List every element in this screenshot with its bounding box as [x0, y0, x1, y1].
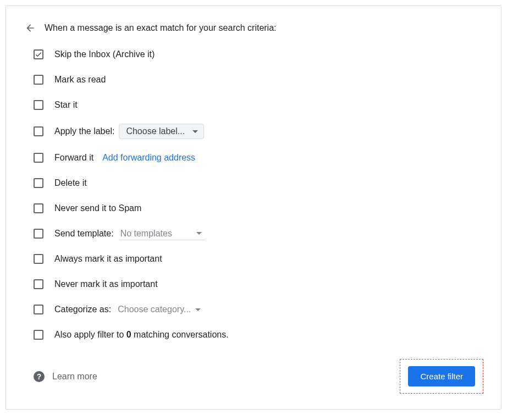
checkbox-star-it[interactable] — [34, 100, 43, 110]
learn-more-link[interactable]: Learn more — [52, 372, 97, 382]
create-filter-highlight: Create filter — [400, 359, 483, 394]
back-arrow-icon[interactable] — [24, 21, 37, 35]
category-dropdown[interactable]: Choose category... — [117, 303, 204, 316]
option-never-spam: Never send it to Spam — [24, 202, 483, 215]
label-delete-it: Delete it — [54, 178, 87, 188]
checkbox-categorize-as[interactable] — [34, 305, 43, 314]
checkbox-delete-it[interactable] — [34, 178, 43, 188]
option-send-template: Send template: No templates — [24, 227, 483, 240]
label-skip-inbox: Skip the Inbox (Archive it) — [54, 49, 155, 59]
send-template-wrap: Send template: No templates — [54, 228, 205, 240]
apply-label-wrap: Apply the label: Choose label... — [54, 124, 204, 139]
checkbox-never-spam[interactable] — [34, 203, 43, 213]
label-also-apply: Also apply filter to 0 matching conversa… — [54, 330, 229, 340]
label-mark-read: Mark as read — [54, 75, 106, 85]
also-apply-count: 0 — [126, 330, 131, 339]
choose-label-text: Choose label... — [126, 126, 185, 136]
footer-left: ? Learn more — [34, 371, 97, 382]
label-star-it: Star it — [54, 100, 78, 110]
label-never-important: Never mark it as important — [54, 279, 158, 289]
checkbox-also-apply[interactable] — [34, 330, 43, 340]
also-apply-suffix: matching conversations. — [131, 330, 229, 339]
option-also-apply: Also apply filter to 0 matching conversa… — [24, 328, 483, 341]
option-star-it: Star it — [24, 98, 483, 112]
option-never-important: Never mark it as important — [24, 278, 483, 291]
choose-label-dropdown[interactable]: Choose label... — [119, 124, 204, 139]
checkbox-always-important[interactable] — [34, 254, 43, 264]
option-apply-label: Apply the label: Choose label... — [24, 124, 483, 139]
also-apply-prefix: Also apply filter to — [54, 330, 126, 339]
option-delete-it: Delete it — [24, 176, 483, 190]
filter-actions-dialog: When a message is an exact match for you… — [5, 5, 502, 410]
option-categorize-as: Categorize as: Choose category... — [24, 303, 483, 316]
option-mark-read: Mark as read — [24, 73, 483, 86]
label-always-important: Always mark it as important — [54, 254, 162, 264]
chevron-down-icon — [195, 308, 201, 311]
option-skip-inbox: Skip the Inbox (Archive it) — [24, 48, 483, 61]
option-always-important: Always mark it as important — [24, 252, 483, 266]
checkbox-forward-it[interactable] — [34, 153, 43, 163]
add-forwarding-address-link[interactable]: Add forwarding address — [102, 153, 195, 163]
checkbox-send-template[interactable] — [34, 229, 43, 239]
label-never-spam: Never send it to Spam — [54, 203, 141, 213]
option-forward-it: Forward it Add forwarding address — [24, 151, 483, 164]
dialog-header: When a message is an exact match for you… — [24, 21, 483, 35]
label-send-template: Send template: — [54, 229, 114, 239]
label-apply-label: Apply the label: — [54, 126, 114, 136]
chevron-down-icon — [196, 232, 202, 235]
checkbox-never-important[interactable] — [34, 279, 43, 289]
chevron-down-icon — [192, 130, 198, 133]
dialog-footer: ? Learn more Create filter — [24, 359, 483, 394]
label-forward-it: Forward it — [54, 153, 93, 163]
dialog-title: When a message is an exact match for you… — [45, 23, 277, 33]
template-dropdown[interactable]: No templates — [119, 228, 205, 240]
template-value: No templates — [120, 229, 172, 239]
help-icon[interactable]: ? — [34, 371, 45, 382]
label-categorize-as: Categorize as: — [54, 305, 111, 314]
checkbox-mark-read[interactable] — [34, 75, 43, 85]
create-filter-button[interactable]: Create filter — [408, 366, 475, 386]
checkbox-skip-inbox[interactable] — [34, 49, 43, 59]
category-value: Choose category... — [118, 305, 191, 314]
categorize-wrap: Categorize as: Choose category... — [54, 303, 204, 316]
checkbox-apply-label[interactable] — [34, 126, 43, 136]
